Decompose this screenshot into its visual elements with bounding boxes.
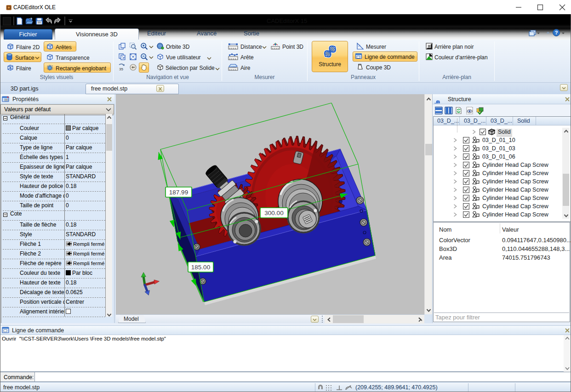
svg-text:?: ? [555,30,558,35]
svg-text:185.00: 185.00 [191,264,210,271]
svg-text:300.00: 300.00 [264,210,283,216]
svg-text:35: 35 [119,67,123,71]
svg-text:2: 2 [458,109,460,113]
svg-text:187.99: 187.99 [169,189,188,196]
